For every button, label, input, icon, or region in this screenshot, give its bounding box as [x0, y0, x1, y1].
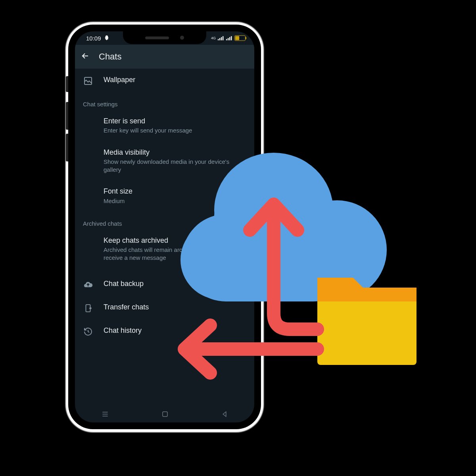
history-icon: [83, 326, 93, 336]
transfer-icon: [83, 302, 93, 313]
cloud-icon: [180, 153, 387, 301]
wallpaper-label: Wallpaper: [104, 75, 246, 84]
network-label: 4G: [211, 36, 216, 40]
svg-rect-2: [221, 37, 222, 40]
app-bar: Chats: [75, 45, 254, 69]
side-button: [66, 102, 68, 130]
svg-rect-4: [226, 39, 227, 40]
enter-send-label: Enter is send: [104, 116, 246, 126]
clock-text: 10:09: [86, 35, 101, 42]
svg-rect-16: [317, 288, 416, 301]
signal-icon: [226, 35, 232, 41]
wallpaper-item[interactable]: Wallpaper: [75, 69, 254, 92]
wallpaper-icon: [83, 75, 93, 86]
svg-rect-15: [317, 294, 416, 365]
svg-rect-3: [223, 36, 223, 40]
svg-rect-7: [231, 36, 232, 40]
android-nav-bar: [75, 406, 254, 422]
recent-apps-icon[interactable]: [101, 410, 109, 418]
svg-rect-5: [228, 38, 228, 40]
svg-rect-0: [218, 39, 219, 40]
battery-text: 37: [240, 36, 244, 40]
arrow-left-icon: [81, 51, 90, 61]
svg-rect-10: [163, 412, 167, 416]
home-icon[interactable]: [161, 411, 169, 418]
folder-icon: [317, 278, 416, 365]
phone-notch: [123, 31, 206, 44]
side-button: [66, 76, 68, 92]
cloud-upload-icon: [83, 279, 93, 290]
side-button: [66, 134, 68, 161]
cloud-backup-illustration: [171, 127, 424, 381]
signal-icon: [218, 35, 224, 41]
svg-rect-6: [229, 37, 230, 40]
back-nav-icon[interactable]: [221, 411, 228, 418]
snapchat-icon: [104, 35, 110, 41]
page-title: Chats: [99, 52, 121, 62]
section-chat-settings: Chat settings: [75, 92, 254, 110]
svg-rect-1: [219, 38, 220, 40]
back-button[interactable]: [81, 51, 90, 62]
